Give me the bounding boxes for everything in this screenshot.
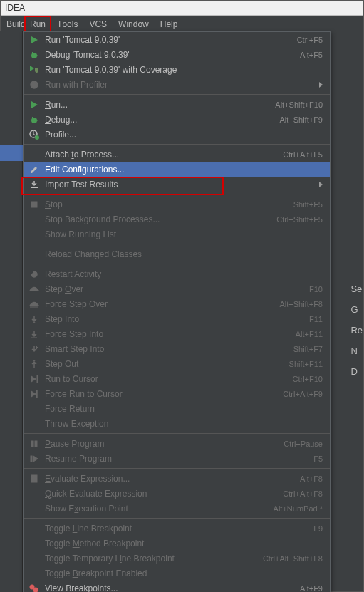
- menu-item-shortcut: Alt+F11: [296, 330, 323, 338]
- menu-item-toggle-breakpoint-enabled: Toggle Breakpoint Enabled: [24, 566, 330, 581]
- sidebar-strip: [0, 31, 23, 592]
- right-label: N: [350, 346, 363, 356]
- profile-dot-icon: [28, 128, 41, 141]
- menu-item-stop: StopShift+F5: [24, 197, 330, 212]
- menu-item-shortcut: Ctrl+Alt+F5: [283, 150, 323, 159]
- menu-separator: [24, 244, 330, 244]
- menu-item-run-tomcat-9-0-39-with-coverage[interactable]: Run 'Tomcat 9.0.39' with Coverage: [24, 62, 330, 77]
- step-out-icon: [28, 358, 41, 370]
- menu-item-label: Show Running List: [45, 229, 323, 239]
- menu-item-stop-background-processes: Stop Background Processes...Ctrl+Shift+F…: [24, 212, 330, 227]
- restart-icon: [28, 268, 41, 281]
- menu-item-force-return: Force Return: [24, 401, 330, 416]
- svg-rect-13: [31, 456, 32, 462]
- menu-item-shortcut: Ctrl+Alt+Shift+F8: [263, 554, 323, 563]
- menu-separator: [24, 433, 330, 434]
- blank-icon: [28, 502, 41, 515]
- force-step-into-icon: [28, 328, 41, 341]
- menu-item-import-test-results[interactable]: Import Test Results: [24, 177, 330, 192]
- svg-rect-12: [35, 441, 37, 447]
- calc-icon: [28, 472, 41, 485]
- menu-item-label: Step Out: [45, 359, 289, 369]
- play-shield-icon: [28, 63, 41, 76]
- menu-item-shortcut: Alt+Shift+F10: [275, 100, 323, 109]
- play-green-icon: [28, 33, 41, 46]
- menu-item-label: Run with Profiler: [45, 80, 315, 90]
- step-into-icon: [28, 313, 41, 326]
- menu-item-label: Resume Program: [45, 454, 313, 464]
- menu-item-label: Restart Activity: [45, 269, 323, 279]
- menu-item-shortcut: F5: [313, 455, 323, 463]
- resume-icon: [28, 452, 41, 465]
- menu-item-profile[interactable]: Profile...: [24, 127, 330, 142]
- menu-item-toggle-line-breakpoint: Toggle Line BreakpointF9: [24, 521, 330, 536]
- menu-item-label: Attach to Process...: [45, 150, 283, 160]
- menu-item-shortcut: Shift+F5: [293, 200, 323, 209]
- menu-item-run[interactable]: Run...Alt+Shift+F10: [24, 97, 330, 112]
- run-cursor-icon: [28, 373, 41, 385]
- menu-item-label: Toggle Temporary Line Breakpoint: [45, 554, 263, 564]
- menu-item-run-tomcat-9-0-39[interactable]: Run 'Tomcat 9.0.39'Ctrl+F5: [24, 32, 330, 47]
- menu-item-debug[interactable]: Debug...Alt+Shift+F9: [24, 112, 330, 127]
- menu-item-shortcut: F10: [309, 285, 323, 294]
- pause-icon: [28, 437, 41, 450]
- svg-rect-8: [37, 375, 38, 383]
- menu-item-label: Toggle Breakpoint Enabled: [45, 568, 323, 578]
- menu-item-label: Stop: [45, 199, 293, 209]
- menu-item-force-step-into: Force Step IntoAlt+F11: [24, 326, 330, 341]
- menu-item-shortcut: Alt+NumPad *: [274, 504, 323, 513]
- menu-item-attach-to-process[interactable]: Attach to Process...Ctrl+Alt+F5: [24, 147, 330, 162]
- svg-rect-5: [31, 202, 37, 207]
- menu-item-label: Force Run to Cursor: [45, 389, 283, 399]
- force-step-over-icon: [28, 298, 41, 311]
- menu-item-shortcut: Shift+F11: [289, 360, 323, 368]
- menu-separator: [24, 518, 330, 519]
- menu-item-shortcut: F11: [309, 315, 323, 323]
- right-label: G: [350, 304, 363, 315]
- menu-item-show-running-list: Show Running List: [24, 227, 330, 242]
- menu-item-label: Run 'Tomcat 9.0.39': [45, 35, 297, 45]
- blank-icon: [28, 567, 41, 580]
- bug-green-icon: [28, 113, 41, 126]
- menu-item-show-execution-point: Show Execution PointAlt+NumPad *: [24, 501, 330, 516]
- menu-item-step-into: Step IntoF11: [24, 311, 330, 326]
- menu-item-edit-configurations[interactable]: Edit Configurations...: [24, 162, 330, 177]
- submenu-arrow-icon: [319, 182, 323, 187]
- svg-point-6: [33, 322, 35, 323]
- menubar-window[interactable]: Window: [113, 16, 155, 33]
- menu-item-label: Run...: [45, 100, 275, 110]
- menu-item-label: Edit Configurations...: [45, 165, 323, 175]
- right-label: D: [350, 366, 363, 377]
- menu-item-toggle-temporary-line-breakpoint: Toggle Temporary Line BreakpointCtrl+Alt…: [24, 551, 330, 566]
- menu-item-label: Profile...: [45, 130, 323, 140]
- menubar-run[interactable]: Run: [24, 16, 51, 33]
- blank-icon: [28, 537, 41, 550]
- blank-icon: [28, 552, 41, 565]
- menu-item-shortcut: F9: [313, 524, 323, 533]
- menu-item-evaluate-expression: Evaluate Expression...Alt+F8: [24, 471, 330, 486]
- menu-item-shortcut: Ctrl+Shift+F5: [276, 215, 323, 224]
- menu-item-step-over: Step OverF10: [24, 281, 330, 296]
- menu-item-smart-step-into: Smart Step IntoShift+F7: [24, 341, 330, 356]
- menu-item-shortcut: Shift+F7: [293, 345, 323, 353]
- svg-point-21: [35, 480, 36, 482]
- menu-item-view-breakpoints[interactable]: View Breakpoints...Alt+F9: [24, 581, 330, 592]
- menubar-vcs[interactable]: VCS: [83, 16, 113, 33]
- blank-icon: [28, 403, 41, 415]
- breakpoints-icon: [28, 582, 41, 593]
- menu-item-label: Pause Program: [45, 439, 284, 449]
- blank-icon: [28, 148, 41, 161]
- menubar-tools[interactable]: Tools: [51, 16, 83, 33]
- menu-item-shortcut: Alt+F8: [300, 474, 323, 483]
- menu-item-shortcut: Ctrl+Pause: [284, 440, 323, 448]
- menu-item-debug-tomcat-9-0-39[interactable]: Debug 'Tomcat 9.0.39'Alt+F5: [24, 47, 330, 62]
- menu-item-label: Force Return: [45, 404, 323, 414]
- right-label: Re: [350, 325, 363, 336]
- menu-item-label: Force Step Over: [45, 299, 279, 309]
- menu-item-run-to-cursor: Run to CursorCtrl+F10: [24, 371, 330, 386]
- menu-item-label: Import Test Results: [45, 180, 315, 189]
- menubar-build[interactable]: Build: [1, 16, 24, 33]
- menubar-help[interactable]: Help: [155, 16, 184, 33]
- menu-item-restart-activity: Restart Activity: [24, 266, 330, 281]
- menu-item-label: Step Into: [45, 314, 309, 324]
